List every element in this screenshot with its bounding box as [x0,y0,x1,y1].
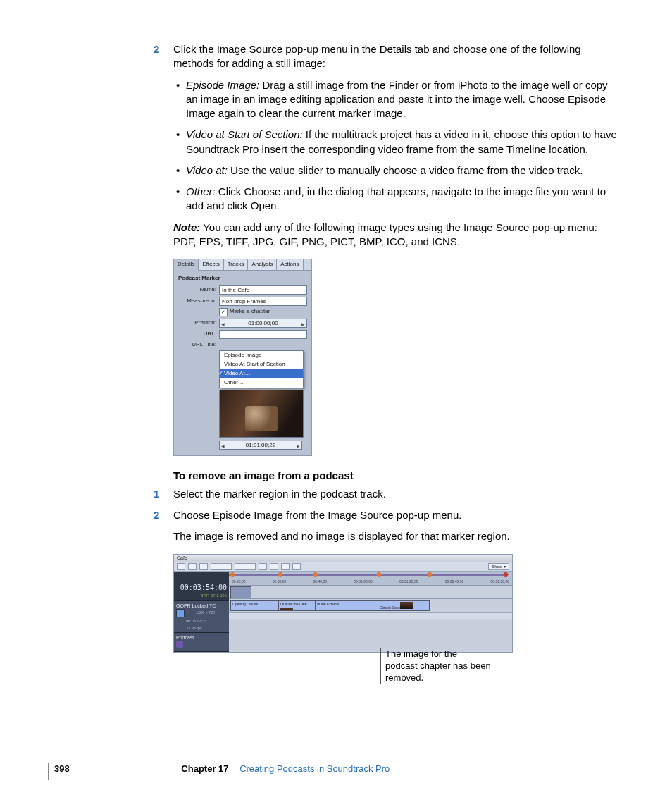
image-well[interactable] [219,390,304,438]
track-meta: 00:05:12;33 [186,619,206,623]
tool-button[interactable] [188,563,197,570]
video-lane[interactable] [229,586,512,599]
time-ruler[interactable]: 00:20;0000:30;0000:40;0000:01:00;0000:01… [229,579,512,586]
caption: The image for the podcast chapter has be… [380,648,491,684]
step-number: 2 [154,42,159,56]
note-text: You can add any of the following image t… [173,221,597,247]
list-item: Video at: Use the value slider to manual… [186,164,618,178]
timeline-screenshot: Cafe Show ▾ – 00:03:54;00 BAR 87.1.206 G… [173,554,513,653]
tool-button[interactable] [259,563,267,570]
tool-button[interactable] [177,563,185,570]
podcast-chip[interactable]: Opening Credits [230,600,280,611]
podcast-lane[interactable]: Opening Credits Outside the Cafe In the … [229,599,512,612]
tab-tracks[interactable]: Tracks [224,259,249,270]
marks-chapter-checkbox[interactable]: ✓ [219,308,228,316]
track-meta: 1200 x 720 [196,610,215,615]
label: URL Title: [178,341,216,349]
video-track-header[interactable]: GOPR Locked TC 1200 x 720 00:05:12;33 23… [174,601,229,633]
tab-actions[interactable]: Actions [277,259,303,270]
remove-step-2: 2 Choose Episode Image from the Image So… [173,508,618,522]
scrollbar[interactable] [229,612,512,619]
remove-heading: To remove an image from a podcast [173,469,618,483]
show-menu[interactable]: Show ▾ [488,563,509,570]
video-time-stepper[interactable]: 01:01:00;22 [219,441,302,450]
timecode-display: – 00:03:54;00 BAR 87.1.206 [174,572,229,601]
overview-lane[interactable] [229,572,512,579]
step-number: 2 [154,508,159,522]
note-block: Note: You can add any of the following i… [173,221,618,250]
image-source-menu[interactable]: Episode Image Video At Start of Section … [219,350,304,388]
step-text: Click the Image Source pop-up menu in th… [173,43,581,69]
page-footer: 398 Chapter 17 Creating Podcasts in Soun… [48,763,626,780]
track-name: Podcast [176,634,227,641]
track-meta: 23.98 fps [186,626,202,630]
url-input[interactable] [219,330,307,339]
remove-step-1: 1 Select the marker region in the podcas… [173,487,618,501]
term-desc: Click Choose and, in the dialog that app… [186,185,606,211]
term: Episode Image: [186,79,259,91]
list-item: Episode Image: Drag a still image from t… [186,78,618,121]
tool-button[interactable] [199,563,208,570]
menu-item[interactable]: Other… [220,378,303,388]
list-item: Other: Click Choose and, in the dialog t… [186,185,618,214]
measure-select[interactable]: Non-drop Frames [219,297,307,306]
step-text: Select the marker region in the podcast … [173,488,386,500]
term: Video at Start of Section: [186,128,303,140]
details-panel-screenshot: Details Effects Tracks Analysis Actions … [173,259,312,456]
position-stepper[interactable]: 01:00:00;00 [219,319,307,328]
list-item: Video at Start of Section: If the multit… [186,128,618,156]
track-name: GOPR Locked TC [176,603,227,609]
film-icon [176,609,185,617]
checkbox-label: Marks a chapter [230,308,270,316]
timeline-area[interactable]: 00:20;0000:30;0000:40;0000:01:00;0000:01… [229,572,512,652]
video-clip[interactable] [230,586,251,598]
menu-item-selected[interactable]: Video At… [220,369,303,378]
window-title: Cafe [174,555,512,562]
tool-button[interactable] [292,563,301,570]
tool-popup[interactable] [211,563,232,570]
tool-button[interactable] [281,563,290,570]
track-sidebar: – 00:03:54;00 BAR 87.1.206 GOPR Locked T… [174,572,229,652]
podcast-track-header[interactable]: Podcast [174,633,229,652]
toolbar: Show ▾ [174,562,512,572]
term: Video at: [186,164,228,176]
term: Other: [186,185,216,197]
tab-analysis[interactable]: Analysis [248,259,277,270]
label: Measure in: [178,297,216,305]
podcast-chip[interactable]: Outside the Cafe [278,600,316,611]
tool-button[interactable] [270,563,278,570]
result-text: The image is removed and no image is dis… [173,529,618,543]
timecode: – 00:03:54;00 [176,574,227,593]
label: Position: [178,319,216,327]
menu-item[interactable]: Video At Start of Section [220,360,303,369]
menu-item[interactable]: Episode Image [220,351,303,360]
label: URL: [178,331,216,338]
page-number: 398 [49,763,70,774]
step-2: 2 Click the Image Source pop-up menu in … [173,42,618,71]
tab-details[interactable]: Details [174,259,199,271]
note-label: Note: [173,221,200,233]
panel-heading: Podcast Marker [178,275,307,283]
name-input[interactable]: In the Cafe [219,285,307,295]
timecode-sub: BAR 87.1.206 [176,593,227,598]
speaker-icon [176,641,183,648]
label: Name: [178,286,216,294]
term-desc: Use the value slider to manually choose … [228,164,583,176]
podcast-chip-selected[interactable]: Classic Cake [378,600,430,611]
step-number: 1 [154,487,159,501]
chapter-title: Creating Podcasts in Soundtrack Pro [239,763,390,774]
chapter-label: Chapter 17 [181,763,228,774]
tab-bar: Details Effects Tracks Analysis Actions [174,259,311,271]
tool-popup[interactable] [235,563,256,570]
podcast-chip[interactable]: In the Exterior [315,600,379,611]
options-list: Episode Image: Drag a still image from t… [186,78,618,214]
step-text: Choose Episode Image from the Image Sour… [173,509,461,521]
tab-effects[interactable]: Effects [199,259,223,270]
